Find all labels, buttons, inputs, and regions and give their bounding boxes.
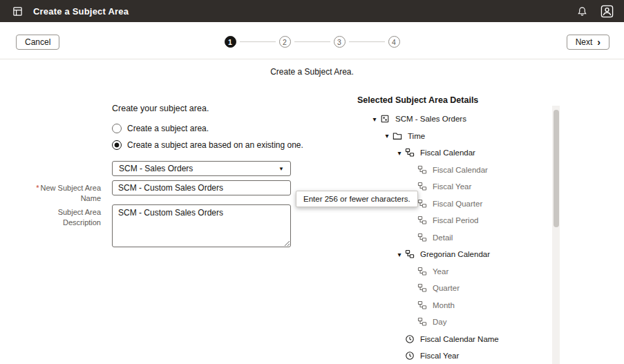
level-icon <box>417 267 431 276</box>
tree-item[interactable]: ▾ SCM - Sales Orders <box>369 111 499 128</box>
notifications-bell-icon[interactable] <box>573 2 591 20</box>
hierarchy-icon <box>405 249 419 259</box>
caret-down-icon[interactable]: ▾ <box>394 149 405 157</box>
tree-item[interactable]: ▾ Fiscal Period <box>369 212 499 229</box>
level-icon <box>417 199 431 209</box>
tree-item[interactable]: ▾ Quarter <box>369 280 499 297</box>
clock-icon <box>405 351 419 361</box>
tree-item[interactable]: ▾ Day <box>369 314 499 331</box>
create-subject-area-page: Create a Subject Area Cancel 1 2 3 4 Nex… <box>0 0 624 364</box>
level-icon <box>417 182 431 191</box>
radio-create-from-existing-label: Create a subject area based on an existi… <box>127 140 303 150</box>
tree-item[interactable]: ▾ Fiscal Calendar Name <box>369 331 499 348</box>
tree-item[interactable]: ▾ Fiscal Year <box>369 347 499 364</box>
tree-item[interactable]: ▾ Fiscal Quarter <box>369 195 499 213</box>
step-indicator-3[interactable]: 3 <box>334 36 346 48</box>
cancel-button[interactable]: Cancel <box>16 35 59 50</box>
level-icon <box>417 165 431 175</box>
wizard-subtitle: Create a Subject Area. <box>0 67 624 77</box>
tree-item[interactable]: ▾ Month <box>369 297 499 314</box>
user-avatar-icon[interactable] <box>598 2 616 20</box>
toolbar-separator <box>0 59 624 59</box>
scrollbar-thumb[interactable] <box>554 110 559 227</box>
tree-item[interactable]: ▾ Fiscal Calendar <box>369 162 499 179</box>
subject-area-icon <box>380 114 394 124</box>
chevron-right-icon: › <box>597 37 601 47</box>
source-subject-area-select[interactable]: SCM - Sales Orders ▼ <box>112 161 291 176</box>
step-connector <box>349 41 385 43</box>
step-connector <box>294 41 330 43</box>
description-field-label: Subject Area Description <box>18 207 101 229</box>
name-field-label: *New Subject Area Name <box>18 183 101 204</box>
radio-create-from-existing[interactable]: Create a subject area based on an existi… <box>112 140 303 150</box>
radio-create-from-existing-input[interactable] <box>112 140 122 150</box>
scrollbar-track[interactable] <box>552 106 560 364</box>
tree-item[interactable]: ▾ Gregorian Calendar <box>369 246 499 263</box>
page-title: Create a Subject Area <box>33 6 129 17</box>
folder-icon <box>393 131 406 141</box>
step-indicator-2[interactable]: 2 <box>279 36 291 48</box>
step-indicator-1[interactable]: 1 <box>225 36 236 48</box>
radio-create-new-input[interactable] <box>112 124 122 133</box>
step-indicator-4[interactable]: 4 <box>388 36 400 48</box>
app-icon[interactable] <box>8 2 26 20</box>
tree-item[interactable]: ▾ Fiscal Year <box>369 178 499 195</box>
caret-down-icon[interactable]: ▾ <box>394 251 405 258</box>
step-connector <box>240 41 276 43</box>
caret-down-icon[interactable]: ▾ <box>381 132 393 140</box>
next-button-label: Next <box>576 37 593 47</box>
level-icon <box>417 317 431 327</box>
next-button[interactable]: Next › <box>567 35 609 50</box>
level-icon <box>417 215 431 225</box>
caret-down-icon[interactable]: ▾ <box>369 115 380 123</box>
tree-item[interactable]: ▾ Fiscal Calendar <box>369 144 499 162</box>
tree-item[interactable]: ▾ Year <box>369 263 499 280</box>
hierarchy-icon <box>405 148 419 157</box>
level-icon <box>417 283 431 293</box>
subject-area-tree: ▾ SCM - Sales Orders ▾ Time ▾ Fiscal Cal… <box>369 111 499 364</box>
form-section-title: Create your subject area. <box>112 104 209 113</box>
tree-item[interactable]: ▾ Time <box>369 128 499 145</box>
subject-area-description-textarea[interactable]: SCM - Custom Sales Orders <box>112 204 291 247</box>
radio-create-new[interactable]: Create a subject area. <box>112 124 209 133</box>
cancel-button-label: Cancel <box>25 37 50 47</box>
required-asterisk: * <box>36 184 39 192</box>
radio-create-new-label: Create a subject area. <box>127 124 209 133</box>
new-subject-area-name-input[interactable] <box>112 180 291 195</box>
level-icon <box>417 300 431 310</box>
wizard-stepper: 1 2 3 4 <box>225 36 400 48</box>
source-subject-area-value: SCM - Sales Orders <box>119 164 193 173</box>
clock-icon <box>405 334 419 344</box>
select-caret-icon: ▼ <box>278 166 284 172</box>
details-panel-title: Selected Subject Area Details <box>357 95 478 105</box>
tree-item[interactable]: ▾ Detail <box>369 229 499 247</box>
level-icon <box>417 233 431 242</box>
app-header: Create a Subject Area <box>0 0 624 22</box>
